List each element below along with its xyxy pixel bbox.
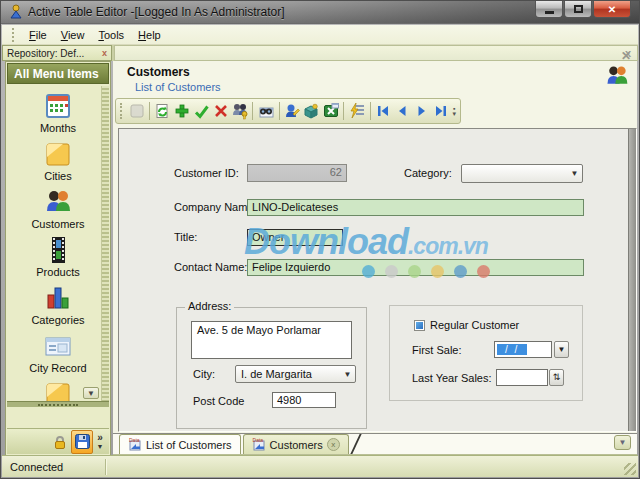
menu-file[interactable]: File bbox=[22, 27, 54, 43]
package-button[interactable] bbox=[302, 101, 321, 122]
repository-tab[interactable]: Repository: Def... x bbox=[2, 45, 112, 61]
edit-user-button[interactable] bbox=[283, 101, 302, 122]
post-code-field[interactable]: 4980 bbox=[272, 392, 336, 408]
customer-id-field: 62 bbox=[247, 164, 347, 182]
export-excel-button[interactable] bbox=[321, 101, 340, 122]
resize-grip[interactable] bbox=[624, 463, 636, 475]
delete-record-button[interactable] bbox=[211, 101, 230, 122]
sidebar-scroll-down-button[interactable]: ▼ bbox=[83, 387, 99, 399]
sidebar-header: All Menu Items bbox=[7, 63, 109, 84]
regular-customer-checkbox[interactable] bbox=[414, 320, 425, 331]
tabbar-chevron-button[interactable]: ▼ bbox=[614, 435, 631, 450]
title-label: Title: bbox=[174, 231, 197, 243]
first-sale-label: First Sale: bbox=[412, 344, 462, 356]
toolbar-grip bbox=[120, 103, 123, 119]
chevrons-button[interactable]: » bbox=[97, 433, 103, 442]
content-close-icon[interactable]: ✕ bbox=[621, 49, 631, 63]
nav-prev-icon bbox=[394, 103, 410, 119]
sidebar-scrollbar[interactable] bbox=[101, 86, 109, 401]
calendar-icon bbox=[43, 91, 73, 121]
sidebar-splitter[interactable] bbox=[7, 401, 109, 407]
maximize-button[interactable] bbox=[564, 1, 592, 18]
sidebar-options-caret[interactable]: ▼ bbox=[97, 442, 104, 451]
repository-close-icon[interactable]: x bbox=[102, 48, 107, 58]
package-icon bbox=[302, 102, 320, 120]
sidebar-item-customers[interactable]: Customers bbox=[7, 182, 109, 230]
sales-groupbox: Regular Customer First Sale: / / ▼ Last … bbox=[389, 305, 583, 401]
nav-last-button[interactable] bbox=[431, 101, 450, 122]
last-year-sales-spinner[interactable]: ⇅ bbox=[549, 369, 564, 386]
sidebar-item-months[interactable]: Months bbox=[7, 86, 109, 134]
address-legend: Address: bbox=[185, 300, 234, 312]
form-scrollbar[interactable] bbox=[628, 129, 636, 431]
add-record-icon bbox=[174, 103, 190, 119]
sidebar-item-label: Products bbox=[36, 266, 79, 278]
first-sale-dropdown-button[interactable]: ▼ bbox=[554, 341, 569, 358]
sidebar-item-label: Cities bbox=[44, 170, 72, 182]
minimize-button[interactable] bbox=[535, 1, 563, 18]
address-textarea[interactable]: Ave. 5 de Mayo Porlamar bbox=[191, 321, 352, 359]
nav-next-icon bbox=[414, 103, 430, 119]
copy-records-button[interactable] bbox=[230, 101, 249, 122]
repository-row: Repository: Def... x x bbox=[2, 45, 638, 61]
accept-record-icon bbox=[193, 103, 210, 120]
menu-tools[interactable]: Tools bbox=[91, 27, 131, 43]
sidebar-item-label: Months bbox=[40, 122, 76, 134]
menu-view[interactable]: View bbox=[54, 27, 92, 43]
lock-button[interactable] bbox=[49, 430, 71, 454]
window-disabled-button bbox=[127, 101, 146, 122]
title-field[interactable]: Owner bbox=[247, 229, 343, 246]
find-icon bbox=[257, 102, 275, 120]
document-tabbar: Data List of Customers Data Customers x … bbox=[113, 433, 637, 455]
sidebar-item-cities[interactable]: Cities bbox=[7, 134, 109, 182]
record-toolbar: ▪▾ bbox=[115, 98, 635, 126]
tab-list-of-customers[interactable]: Data List of Customers bbox=[119, 434, 241, 454]
delete-record-icon bbox=[213, 103, 229, 119]
close-button[interactable]: ✕ bbox=[593, 1, 631, 18]
breadcrumb-link[interactable]: List of Customers bbox=[135, 81, 221, 93]
customers-header-icon bbox=[603, 63, 631, 89]
people-icon bbox=[43, 187, 73, 217]
city-dropdown[interactable]: I. de Margarita ▼ bbox=[235, 365, 356, 383]
category-dropdown[interactable]: ▼ bbox=[461, 164, 583, 183]
customer-form-panel: Customer ID: 62 Category: ▼ Company Name… bbox=[118, 128, 637, 432]
customer-id-label: Customer ID: bbox=[174, 167, 239, 179]
nav-next-button[interactable] bbox=[412, 101, 431, 122]
repository-tab-label: Repository: Def... bbox=[7, 48, 84, 59]
company-name-field[interactable]: LINO-Delicateses bbox=[247, 199, 584, 216]
save-button[interactable] bbox=[71, 430, 93, 454]
film-icon bbox=[43, 235, 73, 265]
add-record-button[interactable] bbox=[172, 101, 191, 122]
last-year-sales-label: Last Year Sales: bbox=[412, 372, 492, 384]
sidebar-item-products[interactable]: Products bbox=[7, 230, 109, 278]
last-year-sales-field[interactable] bbox=[496, 369, 548, 386]
note-icon bbox=[43, 379, 73, 401]
nav-prev-button[interactable] bbox=[393, 101, 412, 122]
refresh-record-button[interactable] bbox=[153, 101, 172, 122]
tab-label: List of Customers bbox=[146, 439, 232, 451]
quick-list-button[interactable] bbox=[347, 101, 366, 122]
sidebar-menu-list: Months Cities Customers bbox=[7, 86, 109, 401]
first-sale-field[interactable]: / / bbox=[494, 341, 552, 358]
contact-name-label: Contact Name: bbox=[174, 261, 247, 273]
toolbar-overflow-button[interactable]: ▪▾ bbox=[453, 106, 457, 116]
status-text: Connected bbox=[2, 461, 63, 473]
sidebar-item-city-record[interactable]: City Record bbox=[7, 326, 109, 374]
menu-grip bbox=[12, 28, 15, 42]
tab-close-icon[interactable]: x bbox=[327, 438, 340, 451]
sidebar-bottom-toolbar: » ▼ bbox=[7, 428, 109, 454]
app-icon bbox=[8, 4, 24, 20]
find-button[interactable] bbox=[256, 101, 275, 122]
note-icon bbox=[43, 139, 73, 169]
contact-name-field[interactable]: Felipe Izquierdo bbox=[247, 259, 584, 276]
tab-customers[interactable]: Data Customers x bbox=[243, 434, 349, 454]
lock-icon bbox=[52, 434, 68, 450]
nav-first-button[interactable] bbox=[373, 101, 392, 122]
sidebar-item-categories[interactable]: Categories bbox=[7, 278, 109, 326]
menu-help[interactable]: Help bbox=[131, 27, 168, 43]
edit-user-icon bbox=[283, 102, 301, 120]
accept-record-button[interactable] bbox=[192, 101, 211, 122]
save-disk-icon bbox=[74, 433, 91, 450]
sidebar-item-label: City Record bbox=[29, 362, 86, 374]
status-bar: Connected bbox=[2, 455, 638, 477]
